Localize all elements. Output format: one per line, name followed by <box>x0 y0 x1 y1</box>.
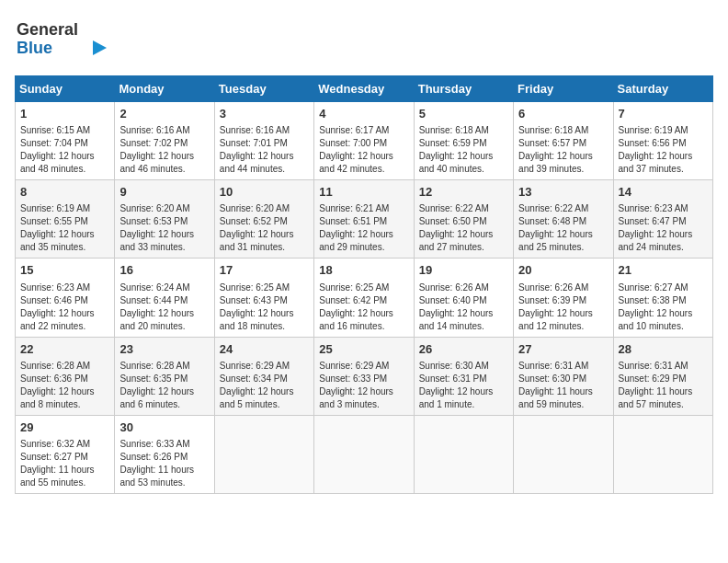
day-number: 4 <box>319 106 408 122</box>
calendar-cell <box>613 415 712 493</box>
day-number: 24 <box>220 341 309 358</box>
logo-text: General Blue <box>15 15 125 64</box>
day-info: Sunrise: 6:18 AMSunset: 6:59 PMDaylight:… <box>419 124 508 176</box>
calendar-header-row: SundayMondayTuesdayWednesdayThursdayFrid… <box>16 76 713 102</box>
calendar-table: SundayMondayTuesdayWednesdayThursdayFrid… <box>15 75 713 494</box>
day-info: Sunrise: 6:16 AMSunset: 7:01 PMDaylight:… <box>220 124 309 176</box>
day-info: Sunrise: 6:31 AMSunset: 6:30 PMDaylight:… <box>518 360 608 411</box>
page-header: General Blue <box>15 15 713 64</box>
day-number: 15 <box>20 262 109 279</box>
day-number: 13 <box>518 184 608 201</box>
day-number: 5 <box>419 106 508 122</box>
day-info: Sunrise: 6:25 AMSunset: 6:42 PMDaylight:… <box>319 282 408 333</box>
day-info: Sunrise: 6:28 AMSunset: 6:35 PMDaylight:… <box>119 360 209 411</box>
day-info: Sunrise: 6:21 AMSunset: 6:51 PMDaylight:… <box>319 202 408 254</box>
calendar-cell: 23 Sunrise: 6:28 AMSunset: 6:35 PMDaylig… <box>115 337 214 415</box>
calendar-cell: 25 Sunrise: 6:29 AMSunset: 6:33 PMDaylig… <box>314 337 414 415</box>
calendar-cell: 7 Sunrise: 6:19 AMSunset: 6:56 PMDayligh… <box>613 102 712 180</box>
day-number: 10 <box>220 184 309 201</box>
day-number: 30 <box>119 419 209 436</box>
calendar-cell: 18 Sunrise: 6:25 AMSunset: 6:42 PMDaylig… <box>314 259 414 337</box>
calendar-week-1: 1 Sunrise: 6:15 AMSunset: 7:04 PMDayligh… <box>16 102 713 180</box>
calendar-cell: 24 Sunrise: 6:29 AMSunset: 6:34 PMDaylig… <box>214 337 313 415</box>
calendar-weekday-sunday: Sunday <box>16 76 115 102</box>
calendar-cell: 6 Sunrise: 6:18 AMSunset: 6:57 PMDayligh… <box>514 102 613 180</box>
day-info: Sunrise: 6:28 AMSunset: 6:36 PMDaylight:… <box>20 360 109 411</box>
calendar-cell: 3 Sunrise: 6:16 AMSunset: 7:01 PMDayligh… <box>214 102 313 180</box>
day-number: 8 <box>20 184 109 201</box>
calendar-cell: 10 Sunrise: 6:20 AMSunset: 6:52 PMDaylig… <box>214 180 313 259</box>
calendar-week-5: 29 Sunrise: 6:32 AMSunset: 6:27 PMDaylig… <box>16 415 713 493</box>
calendar-weekday-saturday: Saturday <box>613 76 712 102</box>
calendar-cell: 30 Sunrise: 6:33 AMSunset: 6:26 PMDaylig… <box>115 415 214 493</box>
calendar-cell: 8 Sunrise: 6:19 AMSunset: 6:55 PMDayligh… <box>16 180 115 259</box>
calendar-cell <box>214 415 313 493</box>
calendar-cell: 19 Sunrise: 6:26 AMSunset: 6:40 PMDaylig… <box>414 259 513 337</box>
day-number: 2 <box>119 106 209 122</box>
day-number: 28 <box>619 341 708 358</box>
calendar-cell: 17 Sunrise: 6:25 AMSunset: 6:43 PMDaylig… <box>214 259 313 337</box>
calendar-cell: 15 Sunrise: 6:23 AMSunset: 6:46 PMDaylig… <box>16 259 115 337</box>
day-info: Sunrise: 6:32 AMSunset: 6:27 PMDaylight:… <box>20 438 109 489</box>
calendar-cell: 1 Sunrise: 6:15 AMSunset: 7:04 PMDayligh… <box>16 102 115 180</box>
day-number: 3 <box>220 106 309 122</box>
calendar-cell: 12 Sunrise: 6:22 AMSunset: 6:50 PMDaylig… <box>414 180 513 259</box>
day-info: Sunrise: 6:23 AMSunset: 6:47 PMDaylight:… <box>619 202 708 254</box>
svg-text:Blue: Blue <box>17 39 52 57</box>
day-number: 25 <box>319 341 408 358</box>
day-info: Sunrise: 6:25 AMSunset: 6:43 PMDaylight:… <box>220 282 309 333</box>
day-info: Sunrise: 6:17 AMSunset: 7:00 PMDaylight:… <box>319 124 408 176</box>
calendar-weekday-tuesday: Tuesday <box>214 76 313 102</box>
day-number: 6 <box>518 106 608 122</box>
calendar-cell: 16 Sunrise: 6:24 AMSunset: 6:44 PMDaylig… <box>115 259 214 337</box>
day-info: Sunrise: 6:27 AMSunset: 6:38 PMDaylight:… <box>619 282 708 333</box>
calendar-cell: 2 Sunrise: 6:16 AMSunset: 7:02 PMDayligh… <box>115 102 214 180</box>
day-info: Sunrise: 6:19 AMSunset: 6:55 PMDaylight:… <box>20 202 109 254</box>
calendar-cell: 20 Sunrise: 6:26 AMSunset: 6:39 PMDaylig… <box>514 259 613 337</box>
calendar-cell: 27 Sunrise: 6:31 AMSunset: 6:30 PMDaylig… <box>514 337 613 415</box>
day-number: 23 <box>119 341 209 358</box>
calendar-weekday-monday: Monday <box>115 76 214 102</box>
day-number: 20 <box>518 262 608 279</box>
calendar-cell: 21 Sunrise: 6:27 AMSunset: 6:38 PMDaylig… <box>613 259 712 337</box>
day-info: Sunrise: 6:22 AMSunset: 6:48 PMDaylight:… <box>518 202 608 254</box>
day-number: 14 <box>619 184 708 201</box>
day-info: Sunrise: 6:26 AMSunset: 6:39 PMDaylight:… <box>518 282 608 333</box>
calendar-cell: 14 Sunrise: 6:23 AMSunset: 6:47 PMDaylig… <box>613 180 712 259</box>
day-info: Sunrise: 6:23 AMSunset: 6:46 PMDaylight:… <box>20 282 109 333</box>
calendar-weekday-friday: Friday <box>514 76 613 102</box>
day-info: Sunrise: 6:24 AMSunset: 6:44 PMDaylight:… <box>119 282 209 333</box>
day-info: Sunrise: 6:30 AMSunset: 6:31 PMDaylight:… <box>419 360 508 411</box>
day-info: Sunrise: 6:29 AMSunset: 6:33 PMDaylight:… <box>319 360 408 411</box>
calendar-cell <box>514 415 613 493</box>
day-number: 19 <box>419 262 508 279</box>
calendar-cell: 22 Sunrise: 6:28 AMSunset: 6:36 PMDaylig… <box>16 337 115 415</box>
day-number: 17 <box>220 262 309 279</box>
day-number: 1 <box>20 106 109 122</box>
day-number: 21 <box>619 262 708 279</box>
day-info: Sunrise: 6:18 AMSunset: 6:57 PMDaylight:… <box>518 124 608 176</box>
calendar-cell: 26 Sunrise: 6:30 AMSunset: 6:31 PMDaylig… <box>414 337 513 415</box>
day-info: Sunrise: 6:20 AMSunset: 6:53 PMDaylight:… <box>119 202 209 254</box>
calendar-cell <box>314 415 414 493</box>
day-info: Sunrise: 6:20 AMSunset: 6:52 PMDaylight:… <box>220 202 309 254</box>
day-info: Sunrise: 6:16 AMSunset: 7:02 PMDaylight:… <box>119 124 209 176</box>
day-info: Sunrise: 6:26 AMSunset: 6:40 PMDaylight:… <box>419 282 508 333</box>
day-number: 22 <box>20 341 109 358</box>
calendar-cell: 11 Sunrise: 6:21 AMSunset: 6:51 PMDaylig… <box>314 180 414 259</box>
calendar-cell: 29 Sunrise: 6:32 AMSunset: 6:27 PMDaylig… <box>16 415 115 493</box>
calendar-week-4: 22 Sunrise: 6:28 AMSunset: 6:36 PMDaylig… <box>16 337 713 415</box>
day-number: 7 <box>619 106 708 122</box>
day-number: 27 <box>518 341 608 358</box>
calendar-cell: 4 Sunrise: 6:17 AMSunset: 7:00 PMDayligh… <box>314 102 414 180</box>
svg-marker-2 <box>93 40 107 55</box>
calendar-week-2: 8 Sunrise: 6:19 AMSunset: 6:55 PMDayligh… <box>16 180 713 259</box>
day-info: Sunrise: 6:33 AMSunset: 6:26 PMDaylight:… <box>119 438 209 489</box>
calendar-cell: 28 Sunrise: 6:31 AMSunset: 6:29 PMDaylig… <box>613 337 712 415</box>
day-number: 16 <box>119 262 209 279</box>
day-number: 11 <box>319 184 408 201</box>
logo: General Blue <box>15 15 125 64</box>
calendar-week-3: 15 Sunrise: 6:23 AMSunset: 6:46 PMDaylig… <box>16 259 713 337</box>
day-info: Sunrise: 6:19 AMSunset: 6:56 PMDaylight:… <box>619 124 708 176</box>
calendar-cell: 9 Sunrise: 6:20 AMSunset: 6:53 PMDayligh… <box>115 180 214 259</box>
